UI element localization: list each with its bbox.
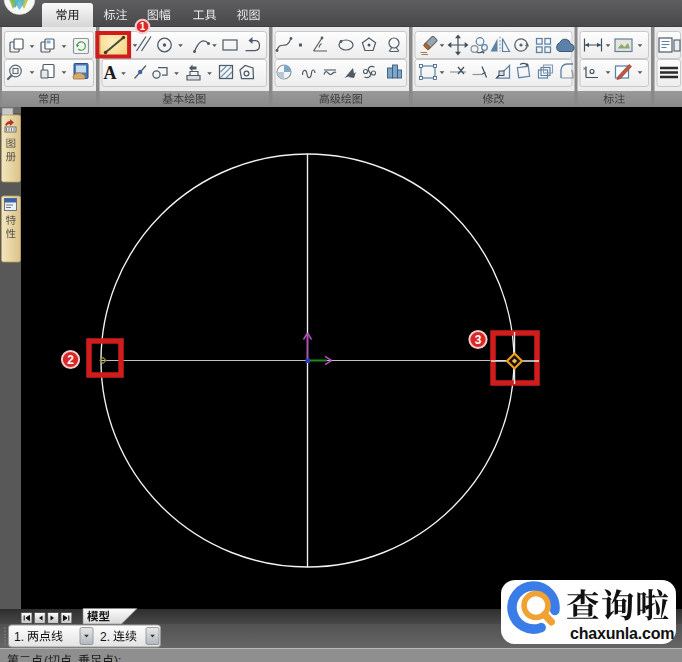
svg-text:,: , — [72, 654, 75, 662]
svg-text:1: 1 — [140, 21, 146, 32]
svg-text:3: 3 — [475, 333, 482, 347]
svg-text:1.: 1. — [14, 630, 24, 644]
svg-text:2: 2 — [67, 353, 74, 367]
svg-text:2.: 2. — [100, 630, 110, 644]
svg-text:A: A — [104, 63, 117, 83]
svg-text:(: ( — [44, 654, 48, 662]
svg-text:x: x — [583, 65, 586, 71]
svg-text:):: ): — [114, 654, 121, 662]
svg-text:chaxunla.com: chaxunla.com — [570, 625, 674, 642]
